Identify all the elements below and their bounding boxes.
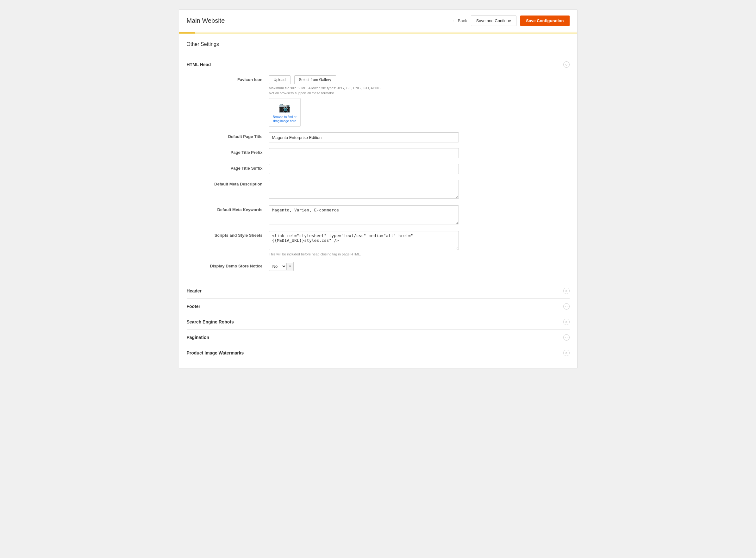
default-meta-description-input[interactable]: [269, 180, 459, 199]
footer-section-header[interactable]: Footer ○: [187, 299, 570, 314]
display-demo-store-label: Display Demo Store Notice: [187, 262, 269, 269]
default-page-title-input[interactable]: [269, 132, 459, 143]
favicon-label: Favicon Icon: [187, 75, 269, 82]
scripts-style-sheets-row: Scripts and Style Sheets <link rel="styl…: [187, 231, 570, 256]
footer-collapse-icon: ○: [563, 303, 570, 309]
camera-icon: 📷: [279, 102, 290, 113]
header-actions: ← Back Save and Continue Save Configurat…: [452, 16, 570, 26]
browse-label: Browse to find ordrag image here: [273, 115, 296, 123]
progress-bar-fill: [179, 32, 195, 33]
scripts-style-sheets-field: <link rel="stylesheet" type="text/css" m…: [269, 231, 459, 256]
footer-section-title: Footer: [187, 304, 201, 309]
default-page-title-row: Default Page Title: [187, 132, 570, 143]
search-engine-robots-title: Search Engine Robots: [187, 319, 234, 324]
page-title-suffix-field: [269, 164, 459, 174]
favicon-row: Favicon Icon Upload Select from Gallery …: [187, 75, 570, 127]
default-page-title-field: [269, 132, 459, 143]
favicon-hint1: Maximum file size: 2 MB. Allowed file ty…: [269, 86, 459, 90]
scripts-style-sheets-input[interactable]: <link rel="stylesheet" type="text/css" m…: [269, 231, 459, 250]
default-page-title-label: Default Page Title: [187, 132, 269, 139]
html-head-header[interactable]: HTML Head ○: [187, 57, 570, 72]
back-button[interactable]: ← Back: [452, 18, 467, 23]
footer-section: Footer ○: [187, 299, 570, 314]
product-image-watermarks-collapse-icon: ○: [563, 350, 570, 356]
html-head-title: HTML Head: [187, 62, 211, 67]
display-demo-store-field: No Yes ▼: [269, 262, 459, 271]
page-wrapper: Main Website ← Back Save and Continue Sa…: [179, 9, 577, 369]
scripts-hint: This will be included before head closin…: [269, 252, 459, 256]
product-image-watermarks-title: Product Image Watermarks: [187, 350, 244, 355]
page-header: Main Website ← Back Save and Continue Sa…: [179, 10, 577, 32]
favicon-upload-area[interactable]: 📷 Browse to find ordrag image here: [269, 98, 301, 127]
page-title-prefix-label: Page Title Prefix: [187, 148, 269, 155]
page-title-suffix-row: Page Title Suffix: [187, 164, 570, 174]
display-demo-store-select-wrapper: No Yes ▼: [269, 262, 294, 271]
upload-buttons: Upload Select from Gallery: [269, 75, 459, 84]
default-meta-keywords-input[interactable]: Magento, Varien, E-commerce: [269, 205, 459, 224]
page-title-prefix-input[interactable]: [269, 148, 459, 158]
gallery-button[interactable]: Select from Gallery: [294, 75, 336, 84]
pagination-header[interactable]: Pagination ○: [187, 330, 570, 345]
back-arrow-icon: ←: [452, 18, 457, 23]
pagination-collapse-icon: ○: [563, 334, 570, 340]
display-demo-store-row: Display Demo Store Notice No Yes ▼: [187, 262, 570, 271]
header-collapse-icon: ○: [563, 288, 570, 294]
page-title: Main Website: [187, 17, 225, 24]
favicon-hint2: Not all browsers support all these forma…: [269, 91, 459, 95]
page-title-suffix-label: Page Title Suffix: [187, 164, 269, 171]
pagination-title: Pagination: [187, 335, 209, 340]
default-meta-keywords-field: Magento, Varien, E-commerce: [269, 205, 459, 225]
default-meta-keywords-row: Default Meta Keywords Magento, Varien, E…: [187, 205, 570, 225]
scripts-style-sheets-label: Scripts and Style Sheets: [187, 231, 269, 238]
pagination-section: Pagination ○: [187, 329, 570, 345]
product-image-watermarks-section: Product Image Watermarks ○: [187, 345, 570, 360]
default-meta-description-label: Default Meta Description: [187, 180, 269, 186]
page-title-prefix-row: Page Title Prefix: [187, 148, 570, 158]
header-section-title: Header: [187, 288, 202, 294]
default-meta-keywords-label: Default Meta Keywords: [187, 205, 269, 212]
save-continue-button[interactable]: Save and Continue: [471, 16, 517, 26]
save-configuration-button[interactable]: Save Configuration: [520, 16, 569, 26]
page-content: Other Settings HTML Head ○ Favicon Icon …: [179, 34, 577, 368]
header-section-header[interactable]: Header ○: [187, 283, 570, 299]
back-label: Back: [458, 18, 467, 23]
html-head-collapse-icon: ○: [563, 61, 570, 68]
search-engine-robots-header[interactable]: Search Engine Robots ○: [187, 314, 570, 329]
default-meta-description-row: Default Meta Description: [187, 180, 570, 200]
header-section: Header ○: [187, 283, 570, 299]
page-title-suffix-input[interactable]: [269, 164, 459, 174]
other-settings-heading: Other Settings: [187, 42, 570, 50]
html-head-content: Favicon Icon Upload Select from Gallery …: [187, 72, 570, 283]
page-title-prefix-field: [269, 148, 459, 158]
html-head-section: HTML Head ○ Favicon Icon Upload Select f…: [187, 57, 570, 283]
favicon-field: Upload Select from Gallery Maximum file …: [269, 75, 459, 127]
search-engine-robots-section: Search Engine Robots ○: [187, 314, 570, 329]
select-arrow-icon: ▼: [286, 263, 294, 270]
display-demo-store-select[interactable]: No Yes: [269, 262, 286, 271]
product-image-watermarks-header[interactable]: Product Image Watermarks ○: [187, 345, 570, 360]
default-meta-description-field: [269, 180, 459, 200]
upload-button[interactable]: Upload: [269, 75, 290, 84]
search-engine-robots-collapse-icon: ○: [563, 319, 570, 325]
